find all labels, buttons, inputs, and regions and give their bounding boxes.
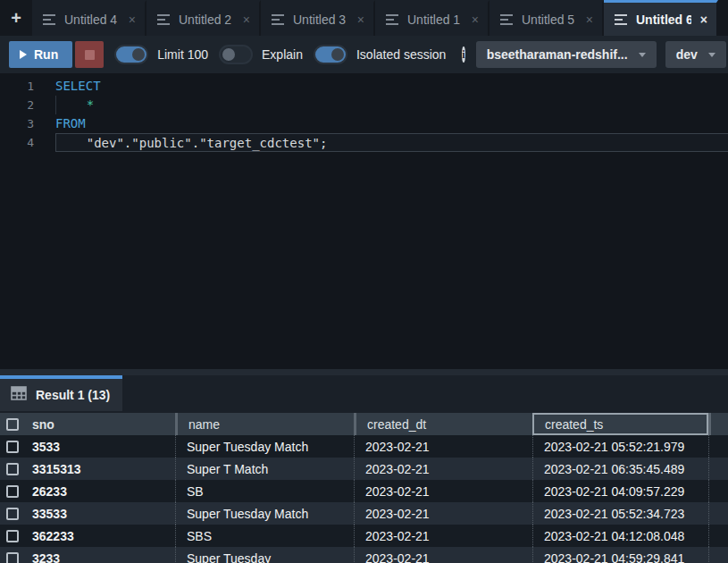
table-row[interactable]: 3533 Super Tuesday Match 2023-02-21 2023…	[0, 435, 728, 458]
cell-created-dt: 2023-02-21	[354, 480, 532, 502]
connection-selectors: bseetharaman-redshif... dev	[476, 41, 726, 68]
row-checkbox-cell	[0, 530, 25, 542]
table-row[interactable]: 33533 Super Tuesday Match 2023-02-21 202…	[0, 502, 728, 525]
cell-created-ts: 2023-02-21 06:35:45.489	[532, 458, 708, 480]
row-checkbox[interactable]	[6, 508, 19, 520]
table-header-row: sno name created_dt created_ts	[0, 413, 728, 435]
close-icon[interactable]: ×	[127, 13, 138, 27]
toggle-knob	[222, 48, 235, 61]
cell-stub	[708, 480, 728, 502]
column-header-stub	[708, 413, 728, 435]
sql-identifier: "dev"."public"."target_cdctest";	[56, 136, 327, 150]
cell-created-dt: 2023-02-21	[354, 435, 532, 458]
isolated-session-toggle-group: Isolated session	[314, 45, 446, 64]
cell-sno: 3315313	[25, 462, 175, 476]
database-dropdown[interactable]: dev	[665, 41, 726, 68]
row-checkbox[interactable]	[6, 530, 19, 542]
run-controls: Run	[9, 41, 104, 68]
code-line-3[interactable]: 3 FROM	[0, 114, 728, 133]
cell-created-ts: 2023-02-21 04:09:57.229	[532, 480, 708, 502]
line-number: 3	[0, 114, 34, 133]
row-checkbox[interactable]	[6, 463, 19, 475]
cell-name: Super Tuesday	[175, 547, 354, 563]
tab-untitled-2[interactable]: Untitled 2 ×	[146, 0, 261, 36]
database-dropdown-value: dev	[676, 47, 698, 62]
cell-created-ts: 2023-02-21 05:52:34.723	[532, 502, 708, 525]
editor-tab-bar: + Untitled 4 × Untitled 2 × Untitled 3 ×	[0, 0, 728, 36]
line-number: 2	[0, 96, 34, 114]
cluster-dropdown[interactable]: bseetharaman-redshif...	[476, 41, 657, 68]
close-icon[interactable]: ×	[241, 13, 252, 27]
document-icon	[272, 13, 286, 26]
code-line-4-current[interactable]: 4 "dev"."public"."target_cdctest";	[0, 133, 728, 152]
cell-created-ts: 2023-02-21 05:52:21.979	[532, 435, 708, 458]
cell-sno: 362233	[25, 529, 175, 543]
explain-toggle[interactable]	[219, 45, 253, 64]
new-tab-button[interactable]: +	[0, 0, 32, 36]
document-icon	[43, 13, 57, 26]
tab-untitled-4[interactable]: Untitled 4 ×	[32, 0, 146, 36]
row-checkbox-cell	[0, 552, 25, 563]
tab-untitled-6-active[interactable]: Untitled 6 ×	[604, 0, 718, 36]
cell-sno: 26233	[25, 484, 175, 499]
query-toolbar: Run Limit 100 Explain Isolated session i…	[0, 36, 728, 73]
results-panel: Result 1 (13) sno name created_dt create…	[0, 375, 728, 563]
cell-created-ts: 2023-02-21 04:59:29.841	[532, 547, 708, 563]
sql-keyword: FROM	[55, 116, 86, 130]
toggle-knob	[331, 48, 344, 61]
column-header-created-dt[interactable]: created_dt	[354, 413, 532, 435]
cell-stub	[708, 435, 728, 458]
close-icon[interactable]: ×	[356, 13, 366, 27]
cell-name: SBS	[175, 525, 354, 547]
chevron-down-icon	[708, 53, 715, 57]
cell-stub	[708, 502, 728, 525]
row-checkbox[interactable]	[6, 552, 19, 563]
column-header-created-ts[interactable]: created_ts	[532, 413, 708, 435]
result-tab-1[interactable]: Result 1 (13)	[0, 375, 122, 411]
row-checkbox-cell	[0, 485, 25, 498]
explain-toggle-label: Explain	[262, 47, 303, 62]
stop-icon	[85, 50, 95, 60]
info-icon[interactable]: i	[462, 46, 464, 63]
table-row[interactable]: 3315313 Super T Match 2023-02-21 2023-02…	[0, 458, 728, 480]
results-table: sno name created_dt created_ts 3533 Supe…	[0, 413, 728, 563]
limit-toggle[interactable]	[114, 45, 148, 64]
row-checkbox[interactable]	[6, 441, 19, 453]
code-line-2[interactable]: 2 *	[0, 96, 728, 114]
run-button-label: Run	[34, 47, 58, 62]
table-row[interactable]: 362233 SBS 2023-02-21 2023-02-21 04:12:0…	[0, 525, 728, 547]
select-all-checkbox[interactable]	[6, 418, 19, 431]
table-row[interactable]: 3233 Super Tuesday 2023-02-21 2023-02-21…	[0, 547, 728, 563]
cell-name: Super T Match	[175, 458, 354, 480]
close-icon[interactable]: ×	[699, 13, 709, 27]
code-line-1[interactable]: 1 SELECT	[0, 77, 728, 96]
tab-label: Untitled 5	[522, 13, 577, 27]
column-header-name[interactable]: name	[175, 413, 354, 435]
isolated-session-toggle[interactable]	[314, 45, 347, 64]
cell-created-dt: 2023-02-21	[354, 502, 532, 525]
table-icon	[11, 386, 27, 404]
result-tab-bar: Result 1 (13)	[0, 375, 728, 411]
row-checkbox[interactable]	[6, 485, 19, 498]
run-button[interactable]: Run	[9, 41, 72, 68]
document-icon	[615, 13, 629, 26]
close-icon[interactable]: ×	[470, 13, 481, 27]
tab-untitled-3[interactable]: Untitled 3 ×	[261, 0, 375, 36]
toggle-knob	[132, 48, 145, 61]
stop-button[interactable]	[75, 41, 104, 68]
tab-untitled-5[interactable]: Untitled 5 ×	[490, 0, 604, 36]
tab-untitled-1[interactable]: Untitled 1 ×	[375, 0, 490, 36]
row-checkbox-cell	[0, 463, 25, 475]
tab-label: Untitled 2	[179, 13, 234, 27]
cell-created-dt: 2023-02-21	[354, 525, 532, 547]
column-header-sno[interactable]: sno	[25, 413, 175, 435]
close-icon[interactable]: ×	[584, 13, 595, 27]
editor-results-splitter[interactable]	[0, 369, 728, 375]
cell-created-dt: 2023-02-21	[354, 547, 532, 563]
sql-editor[interactable]: 1 SELECT 2 * 3 FROM 4 "dev"."public"."ta…	[0, 73, 728, 369]
tab-label: Untitled 1	[407, 13, 463, 27]
chevron-down-icon	[639, 53, 646, 57]
table-row[interactable]: 26233 SB 2023-02-21 2023-02-21 04:09:57.…	[0, 480, 728, 502]
result-tab-label: Result 1 (13)	[36, 388, 110, 402]
cell-stub	[708, 458, 728, 480]
